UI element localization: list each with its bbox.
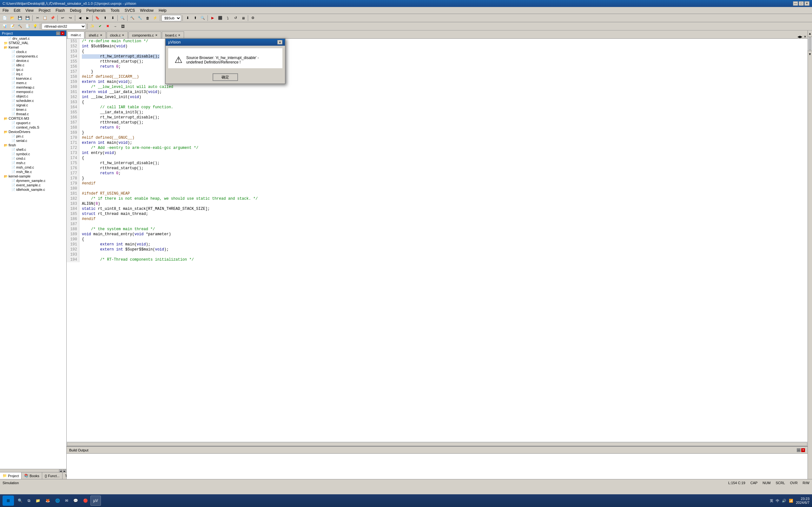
taskbar-input-method[interactable]: 中 xyxy=(776,498,779,503)
dialog-ok-button[interactable]: 确定 xyxy=(212,73,238,81)
project-close-btn[interactable]: ✕ xyxy=(61,32,64,35)
bookmark-btn[interactable]: 🔖 xyxy=(94,15,101,21)
horizontal-scrollbar[interactable] xyxy=(67,442,808,446)
vscroll-track[interactable] xyxy=(808,38,812,50)
tab-funct[interactable]: {} Funct... xyxy=(42,472,63,479)
taskbar-network[interactable]: 📶 xyxy=(789,499,793,503)
cut-btn[interactable]: ✂ xyxy=(34,15,41,21)
tab-clock-close[interactable]: ✕ xyxy=(122,34,124,37)
tree-shell[interactable]: 📄 shell.c xyxy=(0,147,66,152)
tab-books[interactable]: 📚 Books xyxy=(21,472,42,479)
tab-shell-c[interactable]: shell.c ✕ xyxy=(85,32,106,39)
tree-msh[interactable]: 📄 msh.c xyxy=(0,161,66,165)
t2-img-btn[interactable]: 🖼 xyxy=(119,23,126,30)
close-button[interactable]: ✕ xyxy=(804,1,809,6)
reset-btn[interactable]: ↺ xyxy=(232,15,239,21)
code-editor[interactable]: 151 152 153 154 155 156 157 158 159 160 … xyxy=(67,39,808,442)
minimize-button[interactable]: — xyxy=(793,1,798,6)
back-btn[interactable]: ◀ xyxy=(76,15,83,21)
tree-memheap[interactable]: 📄 memheap.c xyxy=(0,85,66,90)
tab-components-close[interactable]: ✕ xyxy=(155,34,158,37)
tab-components-c[interactable]: components.c ✕ xyxy=(128,32,161,39)
tree-event[interactable]: 📄 event_sample.c xyxy=(0,183,66,187)
redo-btn[interactable]: ↪ xyxy=(67,15,74,21)
tree-pin[interactable]: 📄 pin.c xyxy=(0,134,66,138)
taskbar-task-view[interactable]: ⧉ xyxy=(25,496,33,506)
fwd-btn[interactable]: ▶ xyxy=(84,15,91,21)
taskbar-mail[interactable]: ✉ xyxy=(63,496,71,506)
tab-clock-c[interactable]: clock.c ✕ xyxy=(107,32,128,39)
menu-window[interactable]: Window xyxy=(137,7,156,14)
t2-btn2[interactable]: 📝 xyxy=(9,23,16,30)
taskbar-firefox[interactable]: 🦊 xyxy=(43,496,53,506)
taskbar-search[interactable]: 🔍 xyxy=(15,496,25,506)
new-btn[interactable]: 📄 xyxy=(1,15,8,21)
vscroll-up[interactable]: ▲ xyxy=(808,31,812,37)
menu-flash[interactable]: Flash xyxy=(53,7,67,14)
tree-thread[interactable]: 📄 thread.c xyxy=(0,112,66,116)
tree-components[interactable]: 📄 components.c xyxy=(0,54,66,58)
tab-scroll-left[interactable]: ◀ xyxy=(797,35,800,39)
vscroll-down[interactable]: ▼ xyxy=(808,51,812,57)
tree-msh-file[interactable]: 📄 msh_file.c xyxy=(0,170,66,174)
t2-x-btn[interactable]: ✖ xyxy=(104,23,111,30)
tab-templ[interactable]: T Templ... xyxy=(63,472,67,479)
dialog-close-button[interactable]: ✕ xyxy=(277,40,283,45)
tree-kernel-sample[interactable]: 📂 kernel-sample xyxy=(0,174,66,178)
scroll-right-btn[interactable]: ▶ xyxy=(63,469,66,472)
rebuild-btn[interactable]: 🔧 xyxy=(136,15,143,21)
target-combo[interactable]: rtthread-stm32 xyxy=(42,23,86,30)
tree-signal[interactable]: 📄 signal.c xyxy=(0,103,66,107)
tree-symbol[interactable]: 📄 symbol.c xyxy=(0,152,66,156)
clean-btn[interactable]: 🗑 xyxy=(144,15,151,21)
copy-btn[interactable]: 📋 xyxy=(42,15,49,21)
load-btn[interactable]: ⬇ xyxy=(184,15,191,21)
taskbar-app1[interactable]: 🔴 xyxy=(81,496,90,506)
h-scroll-thumb[interactable] xyxy=(67,442,807,446)
start-debug-btn[interactable]: ▶ xyxy=(209,15,216,21)
download-btn[interactable]: ⬆ xyxy=(192,15,199,21)
tab-close-all[interactable]: ✕ xyxy=(804,35,806,39)
menu-debug[interactable]: Debug xyxy=(68,7,84,14)
find-btn[interactable]: 🔍 xyxy=(119,15,126,21)
menu-tools[interactable]: Tools xyxy=(108,7,122,14)
tree-irq[interactable]: 📄 irq.c xyxy=(0,72,66,76)
scroll-left-btn[interactable]: ◀ xyxy=(59,469,62,472)
menu-peripherals[interactable]: Peripherals xyxy=(84,7,108,14)
t2-arr-btn[interactable]: → xyxy=(112,23,119,30)
taskbar-lang[interactable]: 英 xyxy=(770,498,773,503)
maximize-button[interactable]: □ xyxy=(799,1,804,6)
tree-cpuport[interactable]: 📄 cpuport.c xyxy=(0,121,66,125)
undo-btn[interactable]: ↩ xyxy=(59,15,66,21)
tab-main-c[interactable]: main.c xyxy=(67,32,84,39)
menu-svcs[interactable]: SVCS xyxy=(122,7,138,14)
build-collapse-btn[interactable]: — xyxy=(797,448,801,452)
project-collapse-btn[interactable]: — xyxy=(56,32,60,35)
tab-board-c[interactable]: board.c ✕ xyxy=(162,32,184,39)
tree-mem[interactable]: 📄 mem.c xyxy=(0,80,66,85)
tree-stm32-hal[interactable]: 📁 STM32_HAL xyxy=(0,41,66,45)
tree-clock[interactable]: 📄 clock.c xyxy=(0,50,66,54)
menu-file[interactable]: File xyxy=(0,7,11,14)
tree-scheduler[interactable]: 📄 scheduler.c xyxy=(0,99,66,103)
tree-serial[interactable]: 📄 serial.c xyxy=(0,138,66,143)
tree-object[interactable]: 📄 object.c xyxy=(0,94,66,99)
taskbar-uvision[interactable]: µV xyxy=(90,496,101,506)
t2-btn4[interactable]: 📑 xyxy=(24,23,31,30)
tree-ipc[interactable]: 📄 ipc.c xyxy=(0,67,66,72)
tab-board-close[interactable]: ✕ xyxy=(178,34,181,37)
tree-finsh[interactable]: 📂 finsh xyxy=(0,143,66,147)
build-btn[interactable]: 🔨 xyxy=(129,15,136,21)
save-btn[interactable]: 💾 xyxy=(16,15,23,21)
t2-check-btn[interactable]: ✔ xyxy=(97,23,104,30)
open-btn[interactable]: 📂 xyxy=(9,15,16,21)
taskbar-volume[interactable]: 🔊 xyxy=(782,499,786,503)
save-all-btn[interactable]: 💾 xyxy=(24,15,31,21)
tree-kservice[interactable]: 📄 kservice.c xyxy=(0,76,66,80)
menu-edit[interactable]: Edit xyxy=(11,7,23,14)
taskbar-clock[interactable]: 23:23 2024/6/7 xyxy=(796,497,809,504)
settings-btn[interactable]: ⚙ xyxy=(249,15,256,21)
tree-context[interactable]: 📄 context_rvds.S xyxy=(0,125,66,129)
tree-dynmem[interactable]: 📄 dynmem_sample.c xyxy=(0,178,66,183)
t2-btn3[interactable]: 🔨 xyxy=(16,23,23,30)
